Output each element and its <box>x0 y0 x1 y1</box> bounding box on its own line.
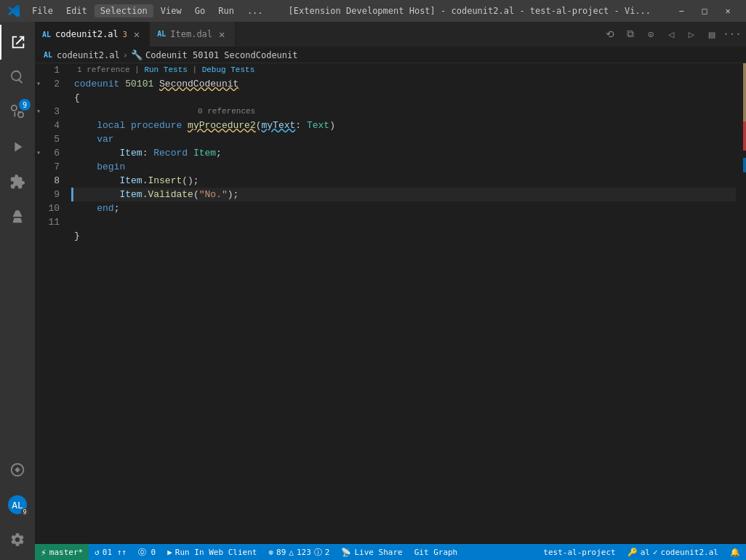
param-mytext: myText <box>262 119 296 132</box>
code-line-6[interactable]: begin <box>74 160 736 174</box>
activity-extensions[interactable] <box>0 164 35 199</box>
status-bell[interactable]: 🔔 <box>724 544 746 560</box>
run-web-label: Run In Web Client <box>175 548 257 557</box>
project-label: test-al-project <box>543 548 615 557</box>
checkmark-icon: ✓ <box>653 548 658 557</box>
activity-remote[interactable] <box>0 452 35 487</box>
kw-procedure: procedure <box>131 119 182 132</box>
activity-settings[interactable] <box>0 522 35 557</box>
code-line-7[interactable]: Item . Insert (); <box>74 174 736 188</box>
maximize-button[interactable]: □ <box>694 3 715 19</box>
bc-lang: AL <box>44 51 52 59</box>
gitgraph-label: Git Graph <box>414 548 458 557</box>
menu-selection[interactable]: Selection <box>95 4 153 17</box>
status-liveshare[interactable]: 📡 Live Share <box>335 544 408 560</box>
minimize-button[interactable]: − <box>670 3 692 19</box>
type-item: Item <box>193 146 216 160</box>
bell-icon: 🔔 <box>730 548 740 557</box>
tab-itemdal[interactable]: AL Item.dal ✕ <box>150 22 235 47</box>
tab-nav-fwd-btn[interactable]: ▷ <box>682 25 701 44</box>
kw-record: Record <box>153 146 188 160</box>
tab-history-btn[interactable]: ⟲ <box>601 25 619 44</box>
fn-validate: Validate <box>148 188 193 201</box>
editor-area: AL codeunit2.al 3 ✕ AL Item.dal ✕ ⟲ ⧉ ⊙ … <box>35 22 746 560</box>
code-line-5[interactable]: Item : Record Item ; <box>74 146 736 160</box>
line-indicator-8 <box>71 188 73 201</box>
fold-arrow-2[interactable]: ▾ <box>36 77 41 91</box>
tab-toggle-btn[interactable]: ⊙ <box>641 25 660 44</box>
ref-sep: | <box>188 63 202 77</box>
bc-file[interactable]: codeunit2.al <box>57 50 120 60</box>
status-account[interactable]: 🔑 al ✓ codeunit2.al <box>622 544 724 560</box>
tab-close-2[interactable]: ✕ <box>217 28 227 41</box>
activity-explorer[interactable] <box>0 25 35 60</box>
menu-file[interactable]: File <box>26 4 59 17</box>
status-sync1[interactable]: ↺ 01 ↑↑ <box>89 544 132 560</box>
type-text: Text <box>307 119 329 132</box>
code-line-10[interactable] <box>74 215 736 229</box>
liveshare-label: Live Share <box>354 548 402 557</box>
code-editor: 1 ▾2 ▾3 4 5 ▾6 7 8 9 10 11 <box>35 63 746 544</box>
fold-arrow-3[interactable]: ▾ <box>36 105 41 119</box>
fn-insert: Insert <box>148 174 182 188</box>
code-line-2[interactable]: { <box>74 91 736 105</box>
ruler-error <box>743 121 746 151</box>
status-errors[interactable]: ⊗ 89 △ 123 ⓘ 2 <box>262 544 335 560</box>
status-gitgraph[interactable]: Git Graph <box>409 544 464 560</box>
close-button[interactable]: ✕ <box>717 3 739 19</box>
tab-close-1[interactable]: ✕ <box>132 28 142 41</box>
menu-run[interactable]: Run <box>212 4 240 17</box>
scm-badge: 9 <box>19 99 31 111</box>
account-icon: 🔑 <box>627 548 638 557</box>
activity-search[interactable] <box>0 60 35 95</box>
code-line-8[interactable]: Item . Validate ( "No." ); <box>74 188 736 201</box>
line-num-2: ▾2 <box>35 77 65 91</box>
tab-nav-back-btn[interactable]: ◁ <box>662 25 681 44</box>
activity-account[interactable]: AL 9 <box>0 487 35 522</box>
tab-codeunit2[interactable]: AL codeunit2.al 3 ✕ <box>35 22 150 47</box>
line-num-10: 10 <box>35 201 65 215</box>
status-remote[interactable]: ⚡ master* <box>35 544 89 560</box>
ref-hint[interactable]: 1 reference | <box>77 63 144 77</box>
code-line-9[interactable]: end ; <box>74 201 736 215</box>
line-num-11: 11 <box>35 215 65 229</box>
tab-more-btn[interactable]: ··· <box>723 25 742 44</box>
str-no: "No." <box>199 188 228 201</box>
code-line-3[interactable]: local procedure myProcedure2 ( myText : … <box>74 119 736 132</box>
code-line-ref: 1 reference | Run Tests | Debug Tests <box>74 63 736 77</box>
zero-ref[interactable]: 0 references <box>198 105 255 119</box>
tab-split-btn[interactable]: ⧉ <box>621 25 640 44</box>
name-secondcodeunit: SecondCodeunit <box>159 77 238 91</box>
line-num-7: 7 <box>35 160 65 174</box>
menu-edit[interactable]: Edit <box>60 4 93 17</box>
item-ref-7: Item <box>119 174 142 188</box>
item-ref-8: Item <box>119 188 142 201</box>
bc-separator-1: › <box>123 50 128 60</box>
code-line-4[interactable]: var <box>74 132 736 146</box>
status-run-web[interactable]: ▶ Run In Web Client <box>161 544 262 560</box>
debug-tests[interactable]: Debug Tests <box>202 63 255 77</box>
kw-end: end <box>97 201 113 215</box>
status-sync2[interactable]: ⓪ 0 <box>132 544 161 560</box>
line-num-4: 4 <box>35 119 65 132</box>
menu-go[interactable]: Go <box>189 4 211 17</box>
code-line-11[interactable]: } <box>74 229 736 243</box>
tab-name-2: Item.dal <box>170 29 212 39</box>
menu-view[interactable]: View <box>155 4 188 17</box>
fn-myprocedure2: myProcedure2 <box>188 119 256 132</box>
status-project[interactable]: test-al-project <box>537 544 621 560</box>
activity-scm[interactable]: 9 <box>0 95 35 129</box>
tab-layout-btn[interactable]: ▤ <box>702 25 721 44</box>
fold-arrow-6[interactable]: ▾ <box>36 146 41 160</box>
activity-run[interactable] <box>0 129 35 164</box>
line-numbers: 1 ▾2 ▾3 4 5 ▾6 7 8 9 10 11 <box>35 63 71 544</box>
title-bar: File Edit Selection View Go Run ... [Ext… <box>0 0 746 22</box>
run-tests[interactable]: Run Tests <box>144 63 187 77</box>
warning-icon: △ <box>289 548 294 557</box>
activity-testing[interactable] <box>0 199 35 234</box>
tab-bar: AL codeunit2.al 3 ✕ AL Item.dal ✕ ⟲ ⧉ ⊙ … <box>35 22 746 47</box>
code-content[interactable]: 1 reference | Run Tests | Debug Tests co… <box>71 63 736 544</box>
code-line-1[interactable]: codeunit 50101 SecondCodeunit <box>74 77 736 91</box>
menu-more[interactable]: ... <box>241 4 269 17</box>
num-50101: 50101 <box>125 77 153 91</box>
